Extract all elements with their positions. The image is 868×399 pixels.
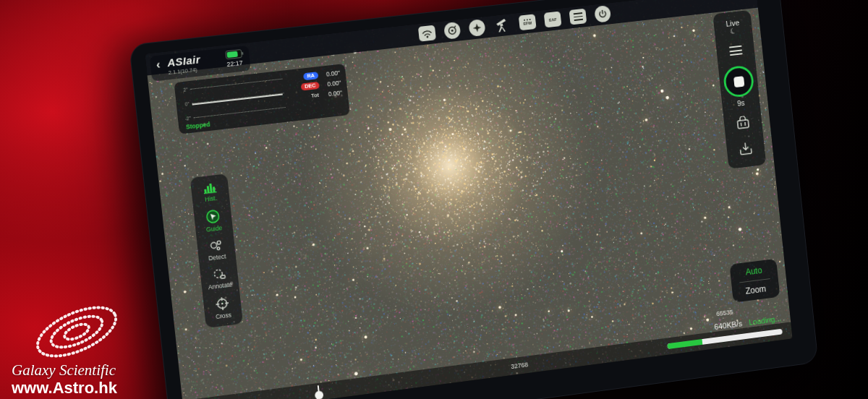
filter-wheel-label: EFW [523,21,532,26]
battery-device-icon[interactable] [569,9,587,25]
histogram-slider-handle[interactable] [315,390,324,399]
back-chevron-icon[interactable]: ‹ [156,58,161,70]
watermark-title: Galaxy Scientific [12,361,117,379]
power-icon[interactable] [594,5,611,23]
divider [739,278,770,283]
tot-label: Tot [310,92,321,100]
detect-button[interactable]: Detect [207,239,226,262]
menu-icon [728,46,741,48]
dec-badge: DEC [301,82,320,91]
stop-capture-button[interactable] [723,65,755,99]
save-download-icon [738,141,754,157]
battery-icon [225,49,242,59]
guide-status: Stopped [186,121,210,131]
menu-button[interactable] [728,43,742,59]
battery-block: 22:17 [225,49,243,68]
histogram-icon [202,181,217,194]
guide-label: Guide [205,224,222,233]
focuser-label: EAF [549,17,557,22]
photo-scene: ‹ ASIair 2.1.1(10.74) 22:17 [0,0,868,399]
guide-gridline [190,79,282,90]
telescope-mount-icon[interactable] [493,17,511,33]
detect-icon [208,239,224,253]
filter-wheel-icon[interactable]: EFW [519,14,537,30]
exposure-control: 9s [723,65,756,109]
ra-value: 0.00" [321,69,340,79]
guide-values: RA0.00" DEC0.00" Tot0.00" [288,69,344,119]
guide-scale-minus2: -2" [184,116,192,121]
watermark: Galaxy Scientific www.Astro.hk [12,361,117,398]
guide-gridline [194,107,286,118]
watermark-url: www.Astro.hk [12,379,117,398]
live-mode[interactable]: Live ☾ [726,18,741,35]
annotate-icon [211,267,226,282]
guide-scale-zero: 0" [182,101,190,107]
asiair-app-screen: ‹ ASIair 2.1.1(10.74) 22:17 [145,0,792,399]
dec-value: 0.00" [323,80,341,89]
night-mode-icon: ☾ [729,27,738,35]
crosshair-icon [214,296,230,312]
guide-camera-icon[interactable] [443,22,461,40]
focuser-icon[interactable]: EAF [544,12,562,28]
auto-zoom-button[interactable]: Auto [730,264,778,280]
tot-value: 0.00" [323,89,342,98]
guide-scale-plus2: 2" [180,87,188,93]
main-camera-icon[interactable] [468,19,485,37]
ra-badge: RA [303,72,318,80]
histogram-label: Hist. [205,194,218,203]
histogram-button[interactable]: Hist. [202,181,218,203]
crosshair-button[interactable]: Cross [213,296,231,320]
wifi-icon[interactable] [418,25,436,42]
guide-button[interactable]: Guide [204,208,223,233]
save-button[interactable] [738,141,754,159]
toolbox-icon [735,116,751,132]
galaxy-logo-icon [25,304,133,360]
guide-icon [205,209,221,225]
logo-block: ASIair 2.1.1(10.74) [166,53,201,76]
zoom-panel: Auto Zoom [729,259,780,303]
toolbox-button[interactable] [735,116,752,134]
tablet: ‹ ASIair 2.1.1(10.74) 22:17 [129,0,818,399]
clock-time: 22:17 [226,59,243,68]
guide-graph: 2" 0" -2" Stopped [180,75,286,131]
zoom-button[interactable]: Zoom [732,282,780,298]
exposure-time: 9s [737,98,745,108]
crosshair-label: Cross [216,312,232,321]
detect-label: Detect [208,253,226,262]
stop-icon [733,76,744,87]
annotate-label: Annotate [208,280,232,291]
annotate-button[interactable]: Annotate [206,267,232,291]
